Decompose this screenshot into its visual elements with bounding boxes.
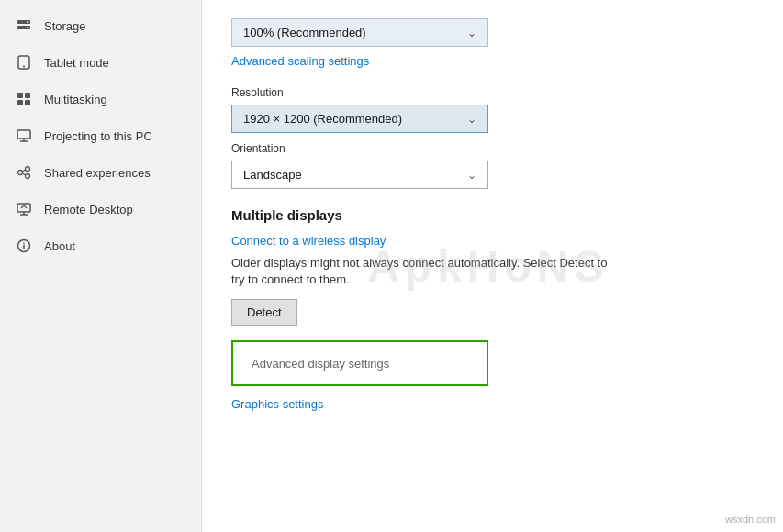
tablet-mode-icon xyxy=(15,53,33,72)
svg-point-25 xyxy=(23,242,25,244)
sidebar-item-storage-label: Storage xyxy=(44,19,86,33)
svg-point-14 xyxy=(26,167,30,172)
shared-experiences-icon xyxy=(15,163,33,182)
sidebar-item-about[interactable]: About xyxy=(0,227,201,264)
graphics-settings-link[interactable]: Graphics settings xyxy=(231,397,323,411)
sidebar-item-remote-label: Remote Desktop xyxy=(44,203,133,216)
remote-desktop-icon xyxy=(15,200,33,218)
svg-rect-7 xyxy=(25,93,30,98)
sidebar-item-projecting-label: Projecting to this PC xyxy=(44,129,152,143)
advanced-display-settings-box[interactable]: Advanced display settings xyxy=(231,340,488,386)
sidebar-item-remote-desktop[interactable]: Remote Desktop xyxy=(0,191,201,227)
sidebar-item-multitasking[interactable]: Multitasking xyxy=(0,81,201,117)
orientation-dropdown[interactable]: Landscape ⌄ xyxy=(231,161,488,189)
site-watermark: wsxdn.com xyxy=(725,514,776,525)
scale-value: 100% (Recommended) xyxy=(243,26,366,39)
orientation-dropdown-arrow: ⌄ xyxy=(467,169,476,182)
about-icon xyxy=(15,237,33,255)
sidebar-item-projecting[interactable]: Projecting to this PC xyxy=(0,117,201,154)
svg-rect-9 xyxy=(25,100,30,105)
advanced-scaling-link[interactable]: Advanced scaling settings xyxy=(231,54,369,68)
sidebar: Storage Tablet mode Multitasking Project… xyxy=(0,0,202,532)
wireless-display-link[interactable]: Connect to a wireless display xyxy=(231,234,386,248)
svg-rect-18 xyxy=(17,204,30,212)
sidebar-item-tablet-label: Tablet mode xyxy=(44,56,109,70)
svg-point-13 xyxy=(18,171,23,175)
multitasking-icon xyxy=(15,90,33,108)
svg-line-16 xyxy=(22,170,25,172)
svg-line-21 xyxy=(21,205,24,208)
svg-point-15 xyxy=(26,174,30,179)
svg-point-2 xyxy=(27,21,28,23)
main-content: 100% (Recommended) ⌄ Advanced scaling se… xyxy=(202,0,783,532)
sidebar-item-storage[interactable]: Storage xyxy=(0,7,201,44)
multiple-displays-heading: Multiple displays xyxy=(231,207,754,223)
projecting-icon xyxy=(15,127,33,145)
advanced-display-label: Advanced display settings xyxy=(252,357,389,371)
resolution-dropdown-arrow: ⌄ xyxy=(467,113,476,126)
svg-rect-8 xyxy=(17,100,23,105)
resolution-value: 1920 × 1200 (Recommended) xyxy=(243,112,402,126)
svg-rect-10 xyxy=(17,130,30,139)
older-displays-text: Older displays might not always connect … xyxy=(231,255,617,288)
orientation-value: Landscape xyxy=(243,168,302,182)
scale-dropdown-arrow: ⌄ xyxy=(467,27,476,39)
sidebar-item-shared-label: Shared experiences xyxy=(44,166,151,180)
detect-button[interactable]: Detect xyxy=(231,299,297,326)
svg-point-3 xyxy=(27,27,28,28)
resolution-dropdown[interactable]: 1920 × 1200 (Recommended) ⌄ xyxy=(231,105,488,133)
sidebar-item-about-label: About xyxy=(44,239,75,253)
svg-line-17 xyxy=(22,173,25,175)
resolution-label: Resolution xyxy=(231,86,754,99)
orientation-label: Orientation xyxy=(231,142,754,155)
scale-dropdown[interactable]: 100% (Recommended) ⌄ xyxy=(231,18,488,47)
svg-line-22 xyxy=(24,205,27,208)
sidebar-item-multitasking-label: Multitasking xyxy=(44,93,107,106)
sidebar-item-shared-experiences[interactable]: Shared experiences xyxy=(0,154,201,191)
storage-icon xyxy=(15,17,33,35)
sidebar-item-tablet-mode[interactable]: Tablet mode xyxy=(0,44,201,81)
svg-rect-6 xyxy=(17,93,23,98)
